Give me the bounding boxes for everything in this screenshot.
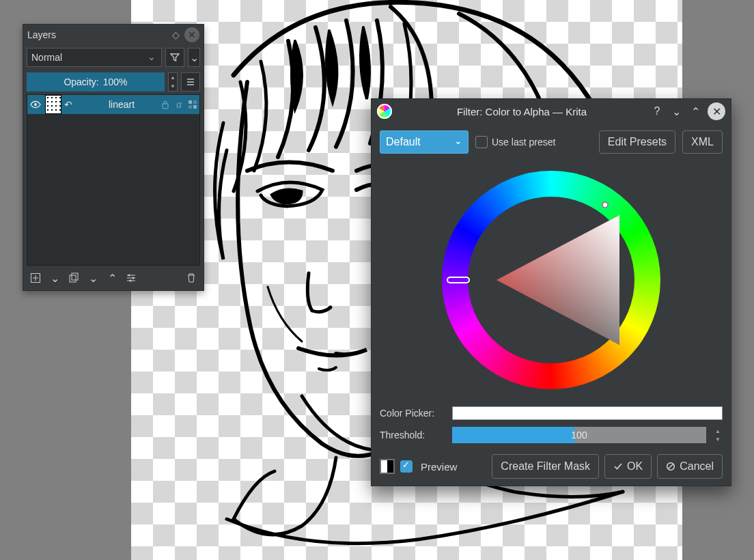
svg-rect-3 [193,100,197,104]
threshold-spinner[interactable]: ▲▼ [713,427,723,443]
checkbox-icon [400,460,413,473]
dialog-close-button[interactable]: ✕ [708,102,725,120]
check-icon [613,462,623,471]
svg-point-10 [132,277,135,279]
funnel-icon [169,52,180,63]
layer-filter-menu-button[interactable]: ⌄ [188,48,200,67]
color-picker-swatch[interactable] [452,406,723,420]
svg-point-11 [130,280,132,282]
blend-mode-select[interactable]: Normal [27,48,162,67]
panel-close-icon[interactable]: ✕ [184,27,199,42]
eye-icon [30,99,41,110]
lock-icon[interactable] [158,95,172,114]
sv-marker[interactable] [602,201,609,208]
cancel-label: Cancel [680,460,714,473]
layer-list[interactable]: ↶ lineart α [27,94,200,266]
opacity-spinner[interactable]: ▲▼ [168,72,178,92]
list-icon [186,77,195,87]
panel-float-icon[interactable]: ◇ [169,29,182,41]
color-picker-label: Color Picker: [380,408,445,419]
layers-panel-title: Layers [27,29,167,40]
filter-dialog: Filter: Color to Alpha — Krita ? ⌄ ⌃ ✕ D… [371,98,731,486]
opacity-label: Opacity: [64,76,98,87]
trash-icon [186,272,197,283]
layer-properties-button[interactable] [123,270,139,286]
layers-panel: Layers ◇ ✕ Normal ⌄ Opacity: 100% ▲▼ ↶ l… [23,24,204,291]
edit-presets-label: Edit Presets [608,136,667,148]
xml-label: XML [691,136,714,148]
visibility-toggle[interactable] [27,95,44,114]
create-filter-mask-label: Create Filter Mask [501,460,590,473]
threshold-label: Threshold: [380,430,445,440]
svg-rect-4 [188,105,192,109]
checkbox-icon [475,136,488,148]
duplicate-layer-button[interactable] [66,270,82,286]
alpha-lock-icon[interactable]: α [172,95,186,114]
dialog-title: Filter: Color to Alpha — Krita [396,106,647,117]
color-triangle[interactable] [493,212,630,348]
layer-name[interactable]: lineart [74,95,158,114]
svg-rect-7 [70,275,76,282]
opacity-value: 100% [103,76,128,87]
delete-layer-button[interactable] [183,270,199,286]
preset-select[interactable]: Default [380,130,469,154]
duplicate-icon [68,272,79,283]
svg-rect-8 [72,273,78,280]
chevron-up-icon[interactable]: ⌃ [686,102,705,121]
cancel-button[interactable]: Cancel [657,454,723,479]
preset-value: Default [386,136,421,148]
inherit-alpha-icon[interactable] [186,95,199,114]
svg-marker-13 [497,215,619,345]
layer-filter-button[interactable] [165,48,184,67]
ok-button[interactable]: OK [604,454,652,479]
create-filter-mask-button[interactable]: Create Filter Mask [492,454,599,479]
layer-link-icon[interactable]: ↶ [63,95,74,114]
plus-box-icon [30,272,41,283]
svg-rect-5 [193,105,197,109]
svg-rect-2 [188,100,192,104]
ok-label: OK [627,460,643,473]
chevron-down-icon[interactable]: ⌄ [667,102,686,121]
opacity-options-button[interactable] [181,72,200,92]
use-last-preset-label: Use last preset [492,137,555,148]
sliders-icon [126,272,137,283]
add-layer-button[interactable] [27,270,44,286]
layers-bottom-bar: ⌄ ⌄ ⌃ [23,266,204,290]
preview-checkbox[interactable]: Preview [400,460,457,473]
svg-rect-1 [163,104,168,109]
layer-item[interactable]: ↶ lineart α [27,95,199,114]
krita-app-icon [377,104,392,119]
blend-mode-value: Normal [31,52,62,63]
layer-thumbnail[interactable] [45,95,61,114]
help-button[interactable]: ? [647,102,667,121]
hue-marker[interactable] [447,277,470,283]
color-wheel[interactable] [442,171,660,389]
edit-presets-button[interactable]: Edit Presets [599,130,675,154]
preview-before-after-icon[interactable] [380,459,395,474]
dialog-titlebar[interactable]: Filter: Color to Alpha — Krita ? ⌄ ⌃ ✕ [372,99,731,124]
svg-point-9 [128,275,130,277]
svg-point-0 [34,103,37,106]
preview-label: Preview [421,461,457,473]
use-last-preset-checkbox[interactable]: Use last preset [475,136,555,148]
add-layer-menu-button[interactable]: ⌄ [46,270,63,286]
move-layer-down-button[interactable]: ⌄ [85,270,101,286]
threshold-value: 100 [571,430,587,440]
opacity-slider[interactable]: Opacity: 100% [27,72,165,92]
threshold-slider[interactable]: 100 [452,427,706,443]
xml-button[interactable]: XML [682,130,723,154]
move-layer-up-button[interactable]: ⌃ [104,270,120,286]
cancel-icon [666,462,675,471]
